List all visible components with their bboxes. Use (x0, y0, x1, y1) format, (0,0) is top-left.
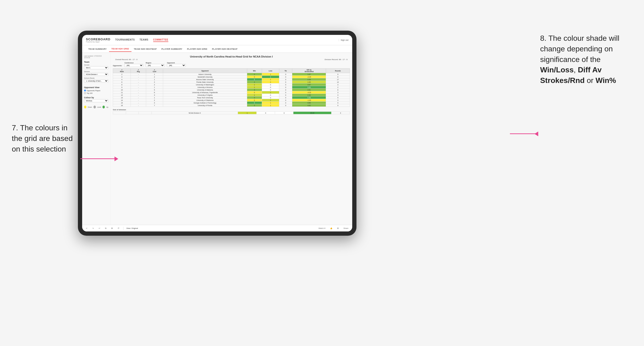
division-select[interactable]: NCAA Division I (84, 73, 108, 76)
filter-conference: Conference (All) (124, 62, 143, 67)
step-8-sep1: , (574, 65, 578, 74)
cell-opponent: University of Arkansas, Fayetteville (163, 91, 247, 94)
cell-win: 0 (247, 91, 262, 94)
col-rank: #Rank (113, 69, 131, 73)
toolbar-share[interactable]: Share (342, 227, 350, 230)
school-rank-select[interactable]: 1. University of Nort... (84, 79, 108, 82)
cell-loss: 0 (262, 96, 279, 99)
cell-win: 2 (247, 73, 262, 76)
sub-nav-player-h2h-grid[interactable]: PLAYER H2H GRID (184, 46, 210, 52)
nav-teams[interactable]: TEAMS (140, 38, 148, 42)
toolbar-reactions[interactable]: 👍 (329, 227, 333, 230)
cell-rank: 4 (113, 78, 131, 81)
toolbar-grid-icon[interactable]: ⊞ (336, 227, 340, 230)
cell-win: 0 (247, 76, 262, 78)
conference-filter-select[interactable]: (All) (124, 64, 143, 67)
sub-nav-player-summary[interactable]: PLAYER SUMMARY (159, 46, 185, 52)
radio-opponents-played: Opponents Played (84, 90, 108, 91)
cell-rank: 11 (113, 91, 131, 94)
cell-loss: 0 (262, 83, 279, 86)
out-of-division-label: Out of division (113, 109, 350, 111)
cell-opponent: University of Washington (163, 83, 247, 86)
cell-conf: 2 (146, 99, 163, 102)
nav-committee[interactable]: COMMITTEE (153, 38, 168, 42)
toolbar-back[interactable]: ↩ (98, 227, 101, 230)
cell-conf: 6 (146, 91, 163, 94)
ood-tie: 0 (275, 112, 293, 114)
nav-tournaments[interactable]: TOURNAMENTS (115, 38, 135, 42)
cell-win: 3 (247, 104, 262, 107)
table-row: 3 - 2 Vanderbilt University 0 4 0 -2.29 … (113, 76, 350, 78)
cell-opponent: Auburn University (163, 73, 247, 76)
cell-rank: 10 (113, 89, 131, 91)
cell-tie: 0 (279, 78, 292, 81)
cell-conf: 2 (146, 83, 163, 86)
grid-table: #Rank #Reg #Conf Opponent Win Loss Tie D… (113, 68, 350, 107)
cell-opponent: University of Virginia (163, 94, 247, 96)
radio-opponents-played-input[interactable] (84, 90, 86, 91)
sub-nav-team-h2h-heatmap[interactable]: TEAM H2H HEATMAP (132, 46, 159, 52)
opponent-filter-select[interactable]: (All) (167, 64, 186, 67)
table-row: 10 - 5 University of Alabama 3 0 0 2.61 … (113, 89, 350, 91)
division-record-label: Division Record: (324, 58, 338, 61)
toolbar-undo[interactable]: ↩ (85, 227, 88, 230)
table-row: 11 - 6 University of Arkansas, Fayettevi… (113, 91, 350, 94)
cell-rank: 13 (113, 96, 131, 99)
ood-division: NCAA Division II (152, 112, 238, 114)
cell-tie: 0 (279, 76, 292, 78)
radio-top100: Top 100 (84, 92, 108, 94)
right-content: University of North Carolina Head-to-Hea… (110, 53, 352, 225)
cell-tie: 0 (279, 83, 292, 86)
ood-loss: 0 (256, 112, 275, 114)
cell-diff: -2.29 (292, 76, 326, 78)
legend-down-label: Down (88, 106, 92, 108)
region-filter-select[interactable]: (All) (146, 64, 164, 67)
gender-select[interactable]: Men's (84, 66, 108, 69)
cell-reg: - (131, 73, 146, 76)
main-content: Last Updated: 27/03/2024 16:55:38 Team G… (82, 53, 352, 225)
col-win: Win (247, 69, 262, 73)
toolbar-copy[interactable]: ⧉ (104, 227, 108, 230)
ood-diff: 26.00 (293, 112, 331, 114)
table-row: 8 - 2 University of Washington 1 0 0 3.6… (113, 83, 350, 86)
cell-reg: - (131, 89, 146, 91)
cell-loss: 1 (262, 99, 279, 102)
colour-by-title: Colour by (84, 96, 108, 99)
radio-top100-input[interactable] (84, 92, 86, 94)
cell-rank: 6 (113, 81, 131, 83)
cell-conf: 1 (146, 86, 163, 89)
table-row: 2 - 1 Auburn University 2 1 0 1.67 9 (113, 73, 350, 76)
toolbar-redo[interactable]: ↪ (91, 227, 95, 230)
region-filter-label: Region (146, 62, 164, 64)
col-tie: Tie (279, 69, 292, 73)
cell-tie: 0 (279, 89, 292, 91)
colour-by-select[interactable]: Win/loss (84, 99, 108, 102)
sign-out-link[interactable]: Sign out (341, 39, 348, 41)
sub-nav-team-summary[interactable]: TEAM SUMMARY (86, 46, 109, 52)
cell-diff: -1.00 (292, 99, 326, 102)
left-panel: Last Updated: 27/03/2024 16:55:38 Team G… (82, 53, 110, 225)
overall-record: Overall Record: 89 - 17 - 0 (115, 58, 138, 61)
cell-loss: 1 (262, 102, 279, 104)
cell-rank: 2 (113, 73, 131, 76)
app-header: SCOREBOARD Powered by clippd TOURNAMENTS… (82, 35, 352, 45)
pink-arrow-right-line (510, 133, 538, 134)
toolbar-clock[interactable]: ⏱ (116, 227, 120, 230)
toolbar-right: Watch ▾ 👍 ⊞ Share (318, 227, 350, 230)
division-record: Division Record: 88 - 17 - 0 (324, 58, 348, 61)
radio-top100-label: Top 100 (87, 92, 92, 94)
toolbar-watch[interactable]: Watch ▾ (318, 227, 326, 230)
sub-nav-team-h2h-grid[interactable]: TEAM H2H GRID (109, 46, 132, 52)
cell-rank: 14 (113, 99, 131, 102)
cell-opponent: Georgia Institute of Technology (163, 102, 247, 104)
sub-nav-player-h2h-heatmap[interactable]: PLAYER H2H HEATMAP (210, 46, 240, 52)
col-opponent: Opponent (163, 69, 247, 73)
radio-opponents-played-label: Opponents Played (87, 90, 100, 91)
overall-record-value: 89 - 17 - 0 (129, 58, 138, 61)
toolbar-grid[interactable]: ⊞ (110, 227, 114, 230)
col-conf: #Conf (146, 69, 163, 73)
cell-diff: 4.62 (292, 104, 326, 107)
cell-opponent: Texas Tech University (163, 96, 247, 99)
pink-arrowhead-left (114, 157, 118, 161)
cell-diff: 2.33 (292, 94, 326, 96)
